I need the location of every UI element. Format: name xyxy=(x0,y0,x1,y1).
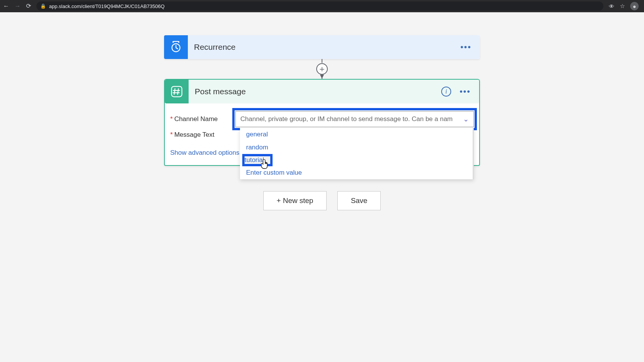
connector-arrow-icon: ▼ xyxy=(319,73,325,80)
channel-dropdown: general random tutorial Enter custom val… xyxy=(240,128,474,179)
info-icon[interactable]: i xyxy=(441,87,451,97)
label-text: Channel Name xyxy=(174,115,218,123)
row-channel-name: * Channel Name Channel, private group, o… xyxy=(170,111,474,127)
browser-right-icons: 👁 ☆ ● xyxy=(609,2,641,10)
forward-icon: → xyxy=(15,3,21,9)
action-title: Post message xyxy=(189,87,441,96)
required-marker: * xyxy=(170,131,173,139)
save-button[interactable]: Save xyxy=(337,191,381,210)
flow-canvas: Recurrence ••• ＋ ▼ xyxy=(164,35,480,210)
action-icon-box xyxy=(165,80,189,103)
advanced-link-text: Show advanced options xyxy=(170,149,240,157)
trigger-header[interactable]: Recurrence ••• xyxy=(164,35,480,59)
address-bar[interactable]: 🔒 app.slack.com/client/T019Q94MCJK/C01AB… xyxy=(36,2,603,11)
new-step-button[interactable]: + New step xyxy=(263,191,327,210)
star-icon[interactable]: ☆ xyxy=(620,3,625,10)
action-menu-icon[interactable]: ••• xyxy=(460,87,471,97)
svg-line-4 xyxy=(174,89,175,95)
back-icon[interactable]: ← xyxy=(3,3,9,9)
dropdown-option-tutorial[interactable]: tutorial xyxy=(243,155,272,165)
dropdown-enter-custom[interactable]: Enter custom value xyxy=(240,166,473,179)
incognito-eye-icon[interactable]: 👁 xyxy=(609,3,614,10)
reload-icon[interactable]: ⟳ xyxy=(26,3,31,9)
browser-bar: ← → ⟳ 🔒 app.slack.com/client/T019Q94MCJK… xyxy=(0,0,644,12)
connector-line xyxy=(322,59,322,63)
chevron-down-icon: ⌄ xyxy=(463,115,469,123)
svg-rect-3 xyxy=(172,87,182,97)
action-actions: i ••• xyxy=(441,87,479,97)
label-text: Message Text xyxy=(174,131,215,139)
action-body: * Channel Name Channel, private group, o… xyxy=(165,103,479,165)
dropdown-option-general[interactable]: general xyxy=(240,128,473,141)
url-text: app.slack.com/client/T019Q94MCJK/C01AB73… xyxy=(49,3,164,9)
channel-name-label: * Channel Name xyxy=(170,115,235,123)
step-connector: ＋ ▼ xyxy=(164,59,480,79)
action-header[interactable]: Post message i ••• xyxy=(165,80,479,103)
action-post-message-card: Post message i ••• * Channel Name Channe… xyxy=(164,79,480,166)
profile-avatar[interactable]: ● xyxy=(630,2,639,10)
required-marker: * xyxy=(170,115,173,123)
trigger-recurrence-card[interactable]: Recurrence ••• xyxy=(164,35,480,59)
lock-icon: 🔒 xyxy=(40,3,46,9)
svg-line-2 xyxy=(176,48,178,49)
trigger-title: Recurrence xyxy=(188,43,460,52)
trigger-actions: ••• xyxy=(460,42,480,52)
channel-select-placeholder: Channel, private group, or IM channel to… xyxy=(240,115,453,123)
bottom-button-row: + New step Save xyxy=(164,191,480,210)
trigger-menu-icon[interactable]: ••• xyxy=(460,42,472,52)
message-text-label: * Message Text xyxy=(170,131,235,139)
svg-line-5 xyxy=(177,89,178,95)
channel-name-select[interactable]: Channel, private group, or IM channel to… xyxy=(235,111,474,127)
show-advanced-options-link[interactable]: Show advanced options ⌄ xyxy=(170,149,247,157)
trigger-icon-box xyxy=(164,35,188,59)
dropdown-option-random[interactable]: random xyxy=(240,141,473,154)
slack-hash-icon xyxy=(170,85,184,98)
clock-icon xyxy=(169,40,183,54)
designer-page: Recurrence ••• ＋ ▼ xyxy=(0,12,644,362)
